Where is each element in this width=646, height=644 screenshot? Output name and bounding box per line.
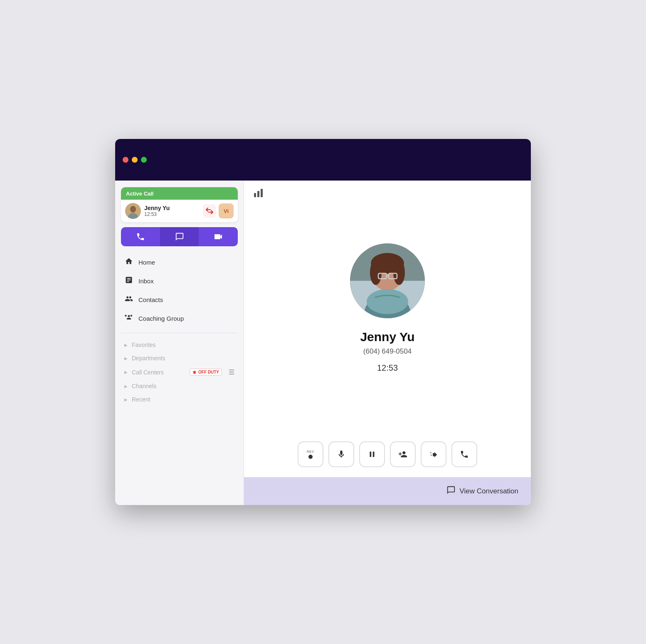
nav-menu: Home Inbox Contact	[115, 253, 244, 328]
caller-avatar	[125, 203, 141, 219]
home-label: Home	[138, 259, 155, 266]
conversation-icon	[446, 485, 456, 497]
departments-label: Departments	[132, 355, 165, 362]
maximize-button[interactable]	[141, 157, 147, 163]
channels-label: Channels	[132, 383, 156, 389]
rec-label: REC	[307, 450, 314, 453]
favorites-label: Favorites	[132, 342, 156, 348]
active-call-label: Active Call	[126, 191, 153, 197]
traffic-lights	[123, 157, 147, 163]
departments-expand[interactable]: ▶ Departments	[118, 352, 240, 365]
recent-arrow: ▶	[124, 397, 128, 402]
contact-name: Jenny Yu	[360, 330, 414, 344]
recent-label: Recent	[132, 396, 150, 403]
sidebar-item-coaching[interactable]: Coaching Group	[118, 309, 240, 328]
inbox-icon	[124, 276, 133, 286]
pause-button[interactable]	[359, 441, 385, 467]
contact-call-duration: 12:53	[377, 363, 398, 373]
coaching-icon	[124, 313, 133, 324]
inbox-label: Inbox	[138, 277, 154, 285]
caller-name: Jenny Yu	[144, 205, 200, 211]
chat-tab[interactable]	[160, 227, 199, 246]
call-centers-expand[interactable]: ▶ Call Centers OFF DUTY ☰	[118, 365, 240, 379]
app-window: Active Call Jenny Yu 12:53	[115, 139, 531, 505]
contact-area: Jenny Yu (604) 649-0504 12:53	[244, 206, 531, 435]
svg-point-1	[130, 206, 136, 213]
contacts-label: Contacts	[138, 296, 163, 303]
transfer-button[interactable]	[421, 441, 446, 467]
view-conversation-bar: View Conversation	[244, 477, 531, 505]
svg-point-11	[370, 260, 382, 285]
off-duty-badge: OFF DUTY	[190, 369, 222, 376]
vi-badge-button[interactable]: Vi	[219, 203, 234, 218]
sidebar-item-home[interactable]: Home	[118, 253, 240, 272]
svg-point-17	[308, 455, 313, 459]
main-top-bar	[244, 181, 531, 206]
view-conversation-button[interactable]: View Conversation	[446, 485, 518, 497]
svg-rect-3	[254, 193, 256, 197]
contact-phone: (604) 649-0504	[363, 347, 412, 356]
add-caller-button[interactable]	[390, 441, 416, 467]
swap-call-button[interactable]	[203, 204, 216, 218]
hamburger-icon[interactable]: ☰	[229, 368, 234, 376]
svg-point-12	[393, 260, 405, 285]
call-duration: 12:53	[144, 211, 200, 217]
expandable-nav: ▶ Favorites ▶ Departments ▶ Call Centers…	[115, 338, 244, 406]
svg-point-16	[367, 289, 408, 314]
departments-arrow: ▶	[124, 356, 128, 361]
favorites-expand[interactable]: ▶ Favorites	[118, 338, 240, 352]
signal-icon	[254, 187, 266, 200]
phone-tab[interactable]	[121, 227, 160, 246]
sidebar-item-contacts[interactable]: Contacts	[118, 290, 240, 309]
active-call-card: Active Call Jenny Yu 12:53	[121, 187, 238, 222]
action-tabs	[121, 227, 238, 246]
close-button[interactable]	[123, 157, 128, 163]
active-call-header: Active Call	[121, 187, 238, 200]
keypad-button[interactable]	[451, 441, 477, 467]
record-button[interactable]: REC	[298, 441, 323, 467]
active-call-info: Jenny Yu 12:53	[121, 200, 238, 222]
contacts-icon	[124, 295, 133, 305]
channels-expand[interactable]: ▶ Channels	[118, 379, 240, 393]
mute-button[interactable]	[328, 441, 354, 467]
minimize-button[interactable]	[132, 157, 138, 163]
call-centers-label: Call Centers	[132, 369, 164, 376]
call-action-icons: Vi	[203, 203, 234, 218]
channels-arrow: ▶	[124, 384, 128, 389]
video-tab[interactable]	[199, 227, 238, 246]
view-conversation-label: View Conversation	[460, 487, 518, 495]
nav-divider	[121, 333, 238, 333]
call-centers-arrow: ▶	[124, 370, 128, 374]
call-controls: REC	[244, 435, 531, 474]
favorites-arrow: ▶	[124, 343, 128, 347]
recent-expand[interactable]: ▶ Recent	[118, 393, 240, 406]
caller-info: Jenny Yu 12:53	[144, 205, 200, 217]
home-icon	[124, 257, 133, 268]
sidebar-item-inbox[interactable]: Inbox	[118, 272, 240, 290]
sidebar: Active Call Jenny Yu 12:53	[115, 181, 244, 505]
svg-rect-5	[261, 189, 263, 197]
contact-avatar	[350, 243, 425, 318]
app-body: Active Call Jenny Yu 12:53	[115, 181, 531, 505]
coaching-label: Coaching Group	[138, 315, 184, 322]
main-content: Jenny Yu (604) 649-0504 12:53 REC	[244, 181, 531, 505]
svg-rect-4	[257, 191, 259, 197]
off-duty-text: OFF DUTY	[198, 370, 219, 374]
titlebar	[115, 139, 531, 181]
